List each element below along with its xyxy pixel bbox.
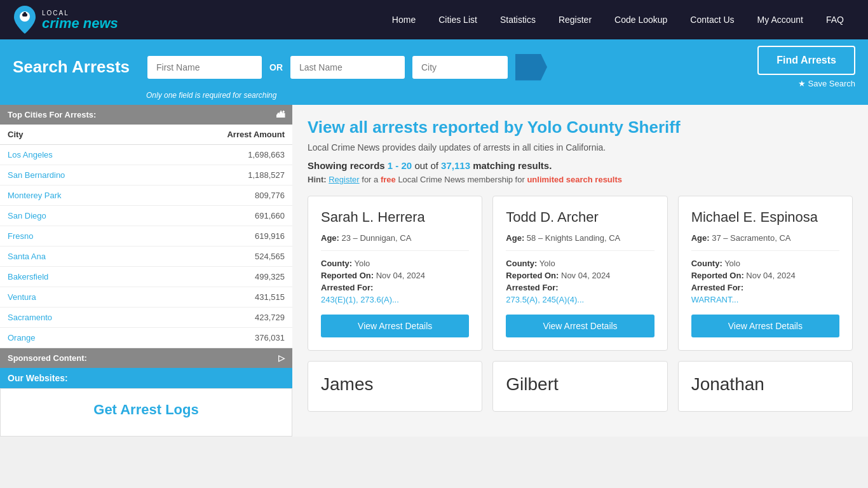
arrest-age: Age: 58 – Knights Landing, CA: [506, 233, 654, 243]
city-link[interactable]: Los Angeles: [8, 150, 53, 159]
star-icon: ★: [798, 79, 806, 88]
partial-arrest-name: Gilbert: [506, 374, 654, 395]
arrest-name: Todd D. Archer: [506, 209, 654, 226]
or-separator: OR: [269, 62, 283, 72]
reported-detail: Reported On: Nov 04, 2024: [506, 271, 654, 280]
city-col-header: City: [0, 125, 146, 145]
save-search-label: Save Search: [808, 79, 855, 88]
city-name-cell: Santa Ana: [0, 247, 146, 267]
city-link[interactable]: Orange: [8, 333, 35, 342]
nav-my-account[interactable]: My Account: [746, 0, 815, 39]
city-name-cell: Bakersfield: [0, 267, 146, 287]
get-arrest-logs-box: Get Arrest Logs: [0, 388, 292, 437]
play-icon[interactable]: ▷: [278, 353, 285, 363]
reported-detail: Reported On: Nov 04, 2024: [321, 271, 469, 280]
hint-prefix: Hint:: [308, 175, 327, 184]
last-name-input[interactable]: [290, 56, 405, 79]
top-cities-title: Top Cities For Arrests:: [8, 110, 96, 119]
city-link[interactable]: Santa Ana: [8, 252, 46, 261]
arrest-cards-grid: Sarah L. Herrera Age: 23 – Dunnigan, CA …: [308, 196, 853, 351]
arrest-card-partial: James: [308, 361, 482, 412]
partial-cards-grid: James Gilbert Jonathan: [308, 361, 853, 412]
nav-contact-us[interactable]: Contact Us: [679, 0, 745, 39]
table-row: Los Angeles 1,698,663: [0, 145, 292, 165]
city-name-cell: Sacramento: [0, 308, 146, 328]
first-name-input[interactable]: [147, 56, 262, 79]
get-arrest-logs-title[interactable]: Get Arrest Logs: [13, 402, 279, 418]
search-title: Search Arrests: [13, 57, 140, 77]
city-icon: 🏙: [276, 110, 285, 119]
city-link[interactable]: Monterey Park: [8, 191, 62, 200]
table-row: Santa Ana 524,565: [0, 247, 292, 267]
arrest-age: Age: 37 – Sacramento, CA: [691, 233, 839, 243]
our-websites-section: Our Websites:: [0, 368, 292, 388]
city-name-cell: Fresno: [0, 226, 146, 247]
table-row: Bakersfield 499,325: [0, 267, 292, 287]
arrest-card: Michael E. Espinosa Age: 37 – Sacramento…: [678, 196, 853, 351]
city-name-cell: San Diego: [0, 206, 146, 226]
nav-code-lookup[interactable]: Code Lookup: [603, 0, 679, 39]
county-detail: County: Yolo: [321, 259, 469, 268]
partial-arrest-name: Jonathan: [691, 374, 839, 395]
city-link[interactable]: San Diego: [8, 211, 46, 220]
table-row: Sacramento 423,729: [0, 308, 292, 328]
city-link[interactable]: Ventura: [8, 292, 36, 302]
city-link[interactable]: Sacramento: [8, 313, 52, 322]
city-link[interactable]: Fresno: [8, 231, 33, 241]
arrest-charges: WARRANT...: [691, 295, 839, 304]
arrest-count-cell: 1,188,527: [146, 165, 292, 186]
arrest-count-cell: 619,916: [146, 226, 292, 247]
city-link[interactable]: San Bernardino: [8, 170, 65, 180]
search-hint: Only one field is required for searching: [13, 88, 855, 101]
top-cities-header: Top Cities For Arrests: 🏙: [0, 105, 292, 125]
arrest-count-cell: 691,660: [146, 206, 292, 226]
arrest-name: Sarah L. Herrera: [321, 209, 469, 226]
view-arrest-details-button[interactable]: View Arrest Details: [321, 315, 469, 337]
arrest-charges: 243(E)(1), 273.6(A)...: [321, 295, 469, 304]
arrest-card-partial: Jonathan: [678, 361, 853, 412]
logo[interactable]: LOCAL crime news: [13, 6, 118, 34]
county-detail: County: Yolo: [691, 259, 839, 268]
arrest-count-cell: 809,776: [146, 186, 292, 206]
city-input[interactable]: [412, 56, 508, 79]
table-row: Orange 376,031: [0, 328, 292, 348]
nav-home[interactable]: Home: [381, 0, 427, 39]
search-arrow-decoration: [515, 54, 547, 81]
table-row: San Diego 691,660: [0, 206, 292, 226]
hint-middle-text: Local Crime News membership for: [398, 175, 524, 184]
nav-faq[interactable]: FAQ: [815, 0, 855, 39]
divider: [506, 250, 654, 251]
arrests-col-header: Arrest Amount: [146, 125, 292, 145]
matching-label: matching results.: [473, 160, 552, 171]
view-arrest-details-button[interactable]: View Arrest Details: [506, 315, 654, 337]
save-search-link[interactable]: ★ Save Search: [798, 79, 855, 88]
city-name-cell: Los Angeles: [0, 145, 146, 165]
city-name-cell: Monterey Park: [0, 186, 146, 206]
nav-statistics[interactable]: Statistics: [489, 0, 547, 39]
records-range: 1 - 20: [388, 160, 412, 171]
arrest-card-partial: Gilbert: [492, 361, 667, 412]
nav-register[interactable]: Register: [547, 0, 603, 39]
find-arrests-button[interactable]: Find Arrests: [757, 46, 855, 75]
table-row: Fresno 619,916: [0, 226, 292, 247]
arrest-count-cell: 1,698,663: [146, 145, 292, 165]
sidebar: Top Cities For Arrests: 🏙 City Arrest Am…: [0, 105, 292, 437]
hint-register-link[interactable]: Register: [329, 175, 359, 184]
arrest-card: Sarah L. Herrera Age: 23 – Dunnigan, CA …: [308, 196, 482, 351]
view-arrest-details-button[interactable]: View Arrest Details: [691, 315, 839, 337]
arrest-count-cell: 376,031: [146, 328, 292, 348]
arrest-count-cell: 431,515: [146, 287, 292, 308]
main-content: View all arrests reported by Yolo County…: [292, 105, 868, 437]
page-subtext: Local Crime News provides daily updates …: [308, 142, 853, 152]
reported-detail: Reported On: Nov 04, 2024: [691, 271, 839, 280]
arrest-count-cell: 524,565: [146, 247, 292, 267]
hint-unlimited-text: unlimited search results: [527, 175, 622, 184]
svg-rect-2: [24, 12, 26, 14]
arrest-count-cell: 423,729: [146, 308, 292, 328]
our-websites-label: Our Websites:: [8, 373, 68, 383]
nav-cities-list[interactable]: Cities List: [427, 0, 489, 39]
city-link[interactable]: Bakersfield: [8, 272, 48, 281]
arrest-card: Todd D. Archer Age: 58 – Knights Landing…: [492, 196, 667, 351]
sponsored-title: Sponsored Content:: [8, 353, 87, 363]
divider: [321, 250, 469, 251]
